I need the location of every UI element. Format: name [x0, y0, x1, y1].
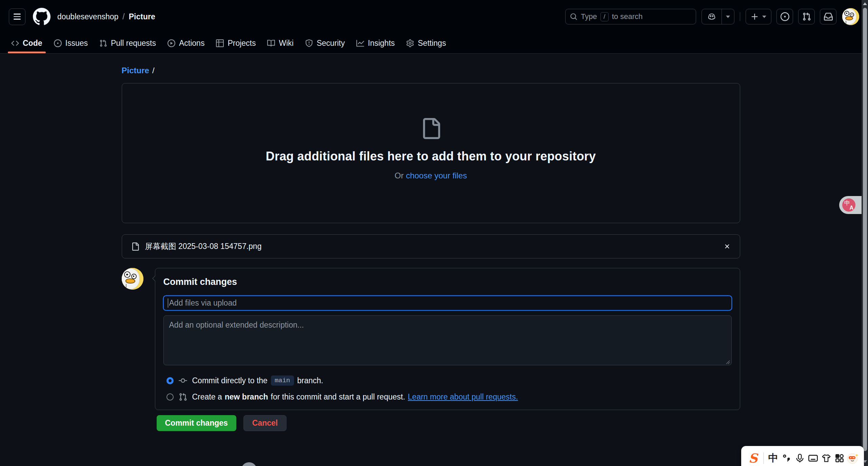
ime-punctuation-button[interactable] — [780, 453, 793, 463]
search-placeholder-prefix: Type — [581, 12, 597, 21]
radio-commit-direct[interactable] — [166, 377, 174, 384]
tab-label: Pull requests — [111, 39, 156, 48]
learn-more-pull-requests-link[interactable]: Learn more about pull requests. — [408, 392, 518, 402]
tab-projects[interactable]: Projects — [210, 33, 261, 54]
ime-assistant-emoji-icon[interactable] — [846, 452, 860, 465]
issue-opened-icon — [781, 12, 789, 21]
dropzone-subtitle: Or choose your files — [395, 171, 467, 180]
search-placeholder-suffix: to search — [612, 12, 643, 21]
inbox-icon — [824, 12, 833, 21]
commit-destination-options: Commit directly to the main branch. — [163, 375, 732, 402]
dropzone-or-text: Or — [395, 171, 404, 180]
resize-grip-icon[interactable] — [725, 360, 730, 364]
os-scrollbar[interactable] — [862, 0, 868, 466]
toolbox-grid-icon[interactable] — [833, 453, 846, 463]
file-dropzone[interactable]: Drag additional files here to add them t… — [122, 83, 740, 223]
pull-requests-dashboard-button[interactable] — [798, 9, 815, 24]
sogou-logo[interactable]: S — [746, 451, 761, 466]
play-icon — [167, 39, 175, 47]
header-actions: Type / to search — [565, 8, 859, 25]
tab-label: Wiki — [279, 39, 293, 48]
tab-label: Code — [23, 39, 42, 48]
translate-widget[interactable]: 中 A — [839, 196, 862, 214]
user-avatar[interactable] — [842, 8, 859, 25]
tab-label: Security — [317, 39, 345, 48]
commit-changes-button[interactable]: Commit changes — [157, 415, 236, 431]
hamburger-menu-button[interactable] — [9, 8, 25, 25]
direct-label-post: branch. — [297, 376, 323, 385]
translate-icon: 中 A — [842, 198, 855, 212]
text-cursor — [168, 298, 169, 308]
repo-root-link[interactable]: Picture — [122, 66, 149, 75]
breadcrumb-repo-link[interactable]: Picture — [129, 12, 155, 21]
close-icon — [724, 243, 731, 250]
search-icon — [570, 13, 577, 20]
commit-author-avatar — [122, 268, 143, 290]
commit-direct-option: Commit directly to the main branch. — [166, 375, 732, 386]
radio-new-branch[interactable] — [166, 393, 174, 401]
commit-message-input[interactable] — [163, 296, 732, 310]
issues-dashboard-button[interactable] — [776, 9, 793, 24]
file-path-breadcrumb: Picture / — [122, 66, 740, 75]
path-separator: / — [152, 66, 155, 75]
ime-chinese-mode-button[interactable]: 中 — [767, 451, 780, 465]
code-icon — [11, 39, 19, 47]
branch-label-pre: Create a — [192, 392, 222, 402]
copilot-menu-button[interactable] — [722, 9, 734, 24]
create-new-button[interactable] — [746, 9, 771, 24]
commit-description-textarea[interactable] — [163, 315, 732, 365]
tab-code[interactable]: Code — [5, 33, 48, 54]
branch-label-bold: new branch — [225, 392, 268, 402]
file-icon — [131, 242, 139, 251]
tab-pull-requests[interactable]: Pull requests — [94, 33, 162, 54]
skin-shirt-icon[interactable] — [820, 453, 833, 463]
tab-actions[interactable]: Actions — [162, 33, 210, 54]
breadcrumb: doublesevenshop / Picture — [57, 12, 155, 21]
tab-security[interactable]: Security — [299, 33, 351, 54]
copilot-button-group — [702, 9, 734, 24]
search-slash-key: / — [600, 12, 609, 21]
branch-name-badge: main — [271, 375, 294, 386]
ime-toolbar: S 中 — [741, 446, 864, 466]
keyboard-icon[interactable] — [806, 453, 820, 464]
commit-actions: Commit changes Cancel — [155, 415, 740, 431]
breadcrumb-owner-link[interactable]: doublesevenshop — [57, 12, 118, 21]
search-input[interactable]: Type / to search — [565, 9, 696, 24]
scrollbar-thumb[interactable] — [863, 8, 867, 451]
tab-issues[interactable]: Issues — [48, 33, 94, 54]
repo-nav: Code Issues Pull requests Actions Projec… — [0, 33, 868, 54]
remove-file-button[interactable] — [724, 243, 731, 250]
commit-form-panel: Commit changes — [155, 268, 740, 410]
copilot-icon — [707, 12, 716, 21]
file-icon — [420, 118, 441, 139]
avatar-duck-image — [122, 268, 143, 290]
inbox-button[interactable] — [820, 9, 836, 24]
gear-icon — [406, 39, 414, 47]
choose-files-link[interactable]: choose your files — [406, 171, 467, 180]
uploaded-file-name: 屏幕截图 2025-03-08 154757.png — [145, 241, 262, 252]
direct-label-pre: Commit directly to the — [192, 376, 268, 385]
scrollbar-up-arrow-icon[interactable] — [863, 2, 867, 5]
github-logo-icon[interactable] — [33, 8, 51, 25]
shield-icon — [305, 39, 313, 47]
table-icon — [216, 39, 224, 47]
tab-settings[interactable]: Settings — [400, 33, 452, 54]
translate-zh-glyph: 中 — [844, 199, 850, 207]
commit-form-title: Commit changes — [163, 277, 732, 287]
cancel-button[interactable]: Cancel — [243, 415, 287, 431]
dropzone-title: Drag additional files here to add them t… — [266, 149, 596, 163]
copilot-button[interactable] — [702, 9, 722, 24]
tab-label: Actions — [179, 39, 204, 48]
commit-section: Commit changes — [122, 268, 740, 431]
tab-wiki[interactable]: Wiki — [261, 33, 299, 54]
tab-label: Settings — [418, 39, 446, 48]
ime-divider — [763, 452, 764, 464]
tab-insights[interactable]: Insights — [351, 33, 400, 54]
book-icon — [267, 39, 275, 47]
uploaded-file-row: 屏幕截图 2025-03-08 154757.png — [122, 234, 740, 258]
microphone-icon[interactable] — [793, 453, 806, 463]
git-pull-request-icon — [802, 12, 811, 21]
plus-icon — [751, 13, 759, 21]
chevron-down-icon — [762, 16, 766, 18]
breadcrumb-separator: / — [122, 12, 124, 21]
